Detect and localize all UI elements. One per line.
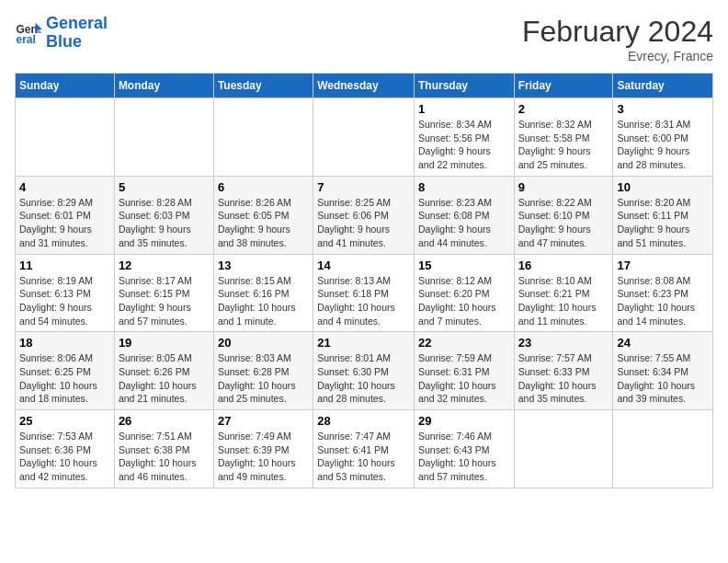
calendar-cell	[514, 410, 613, 488]
day-number: 8	[418, 180, 510, 194]
day-info: Sunrise: 7:49 AM Sunset: 6:39 PM Dayligh…	[218, 430, 309, 484]
calendar-cell: 9Sunrise: 8:22 AM Sunset: 6:10 PM Daylig…	[514, 176, 613, 254]
calendar-cell: 23Sunrise: 7:57 AM Sunset: 6:33 PM Dayli…	[514, 332, 613, 410]
calendar-cell: 12Sunrise: 8:17 AM Sunset: 6:15 PM Dayli…	[114, 254, 213, 332]
day-info: Sunrise: 7:53 AM Sunset: 6:36 PM Dayligh…	[19, 430, 110, 484]
day-number: 28	[317, 414, 410, 428]
week-row-2: 4Sunrise: 8:29 AM Sunset: 6:01 PM Daylig…	[16, 176, 713, 254]
calendar-cell: 5Sunrise: 8:28 AM Sunset: 6:03 PM Daylig…	[114, 176, 213, 254]
day-number: 2	[518, 102, 609, 116]
day-number: 9	[518, 180, 609, 194]
day-info: Sunrise: 8:03 AM Sunset: 6:28 PM Dayligh…	[218, 351, 309, 406]
calendar-cell: 4Sunrise: 8:29 AM Sunset: 6:01 PM Daylig…	[16, 176, 115, 254]
day-info: Sunrise: 7:57 AM Sunset: 6:33 PM Dayligh…	[518, 351, 609, 406]
day-info: Sunrise: 8:20 AM Sunset: 6:11 PM Dayligh…	[617, 196, 709, 250]
calendar-cell: 14Sunrise: 8:13 AM Sunset: 6:18 PM Dayli…	[313, 254, 415, 332]
day-info: Sunrise: 8:28 AM Sunset: 6:03 PM Dayligh…	[119, 196, 210, 250]
day-info: Sunrise: 7:59 AM Sunset: 6:31 PM Dayligh…	[418, 351, 510, 406]
calendar-cell: 22Sunrise: 7:59 AM Sunset: 6:31 PM Dayli…	[414, 332, 514, 410]
day-number: 13	[218, 259, 309, 272]
week-row-3: 11Sunrise: 8:19 AM Sunset: 6:13 PM Dayli…	[16, 254, 713, 332]
calendar-cell: 16Sunrise: 8:10 AM Sunset: 6:21 PM Dayli…	[514, 254, 613, 332]
calendar-cell: 13Sunrise: 8:15 AM Sunset: 6:16 PM Dayli…	[213, 254, 313, 332]
calendar-cell: 17Sunrise: 8:08 AM Sunset: 6:23 PM Dayli…	[613, 254, 713, 332]
calendar-cell	[114, 98, 213, 177]
day-info: Sunrise: 8:23 AM Sunset: 6:08 PM Dayligh…	[418, 196, 510, 250]
col-header-thursday: Thursday	[414, 74, 514, 98]
day-number: 27	[218, 414, 309, 428]
calendar-cell	[213, 98, 313, 177]
week-row-4: 18Sunrise: 8:06 AM Sunset: 6:25 PM Dayli…	[16, 332, 713, 410]
day-info: Sunrise: 8:17 AM Sunset: 6:15 PM Dayligh…	[119, 274, 210, 328]
main-title: February 2024	[522, 15, 713, 49]
day-number: 1	[418, 102, 510, 116]
calendar-cell: 27Sunrise: 7:49 AM Sunset: 6:39 PM Dayli…	[213, 410, 313, 488]
calendar-cell: 25Sunrise: 7:53 AM Sunset: 6:36 PM Dayli…	[16, 410, 115, 488]
day-info: Sunrise: 8:26 AM Sunset: 6:05 PM Dayligh…	[218, 196, 309, 250]
day-number: 19	[119, 336, 210, 350]
day-info: Sunrise: 8:25 AM Sunset: 6:06 PM Dayligh…	[317, 196, 410, 250]
day-number: 14	[317, 259, 410, 272]
day-number: 10	[617, 180, 709, 194]
col-header-friday: Friday	[514, 74, 613, 98]
subtitle: Evrecy, France	[522, 49, 713, 63]
logo: Gen eral GeneralBlue	[15, 15, 108, 52]
day-number: 7	[317, 180, 410, 194]
day-number: 18	[19, 336, 110, 350]
day-info: Sunrise: 8:01 AM Sunset: 6:30 PM Dayligh…	[317, 351, 410, 406]
week-row-5: 25Sunrise: 7:53 AM Sunset: 6:36 PM Dayli…	[16, 410, 713, 488]
calendar-cell	[613, 410, 713, 488]
calendar-cell	[313, 98, 415, 177]
col-header-wednesday: Wednesday	[313, 74, 415, 98]
col-header-saturday: Saturday	[613, 74, 713, 98]
day-number: 15	[418, 259, 510, 272]
day-info: Sunrise: 8:15 AM Sunset: 6:16 PM Dayligh…	[218, 274, 309, 328]
day-number: 22	[418, 336, 510, 350]
day-info: Sunrise: 8:32 AM Sunset: 5:58 PM Dayligh…	[518, 118, 609, 172]
calendar-cell: 6Sunrise: 8:26 AM Sunset: 6:05 PM Daylig…	[213, 176, 313, 254]
page-header: Gen eral GeneralBlue February 2024 Evrec…	[15, 15, 713, 63]
day-info: Sunrise: 8:05 AM Sunset: 6:26 PM Dayligh…	[119, 351, 210, 406]
calendar-table: SundayMondayTuesdayWednesdayThursdayFrid…	[15, 73, 713, 488]
calendar-cell: 19Sunrise: 8:05 AM Sunset: 6:26 PM Dayli…	[114, 332, 213, 410]
day-info: Sunrise: 8:13 AM Sunset: 6:18 PM Dayligh…	[317, 274, 410, 328]
calendar-cell: 20Sunrise: 8:03 AM Sunset: 6:28 PM Dayli…	[213, 332, 313, 410]
calendar-cell: 2Sunrise: 8:32 AM Sunset: 5:58 PM Daylig…	[514, 98, 613, 177]
day-number: 23	[518, 336, 609, 350]
day-number: 12	[119, 259, 210, 272]
calendar-cell: 10Sunrise: 8:20 AM Sunset: 6:11 PM Dayli…	[613, 176, 713, 254]
day-info: Sunrise: 8:19 AM Sunset: 6:13 PM Dayligh…	[19, 274, 110, 328]
day-number: 16	[518, 259, 609, 272]
calendar-cell: 15Sunrise: 8:12 AM Sunset: 6:20 PM Dayli…	[414, 254, 514, 332]
day-info: Sunrise: 8:31 AM Sunset: 6:00 PM Dayligh…	[617, 118, 709, 172]
day-info: Sunrise: 8:06 AM Sunset: 6:25 PM Dayligh…	[19, 351, 110, 406]
calendar-cell: 18Sunrise: 8:06 AM Sunset: 6:25 PM Dayli…	[16, 332, 115, 410]
title-area: February 2024 Evrecy, France	[522, 15, 713, 63]
day-number: 4	[19, 180, 110, 194]
day-number: 11	[19, 259, 110, 272]
day-info: Sunrise: 8:34 AM Sunset: 5:56 PM Dayligh…	[418, 118, 510, 172]
calendar-cell	[16, 98, 115, 177]
day-number: 17	[617, 259, 709, 272]
calendar-cell: 24Sunrise: 7:55 AM Sunset: 6:34 PM Dayli…	[613, 332, 713, 410]
day-info: Sunrise: 8:22 AM Sunset: 6:10 PM Dayligh…	[518, 196, 609, 250]
day-info: Sunrise: 7:47 AM Sunset: 6:41 PM Dayligh…	[317, 430, 410, 484]
logo-text: GeneralBlue	[46, 15, 108, 52]
logo-icon: Gen eral	[15, 19, 42, 47]
calendar-cell: 7Sunrise: 8:25 AM Sunset: 6:06 PM Daylig…	[313, 176, 415, 254]
day-info: Sunrise: 8:12 AM Sunset: 6:20 PM Dayligh…	[418, 274, 510, 328]
calendar-cell: 21Sunrise: 8:01 AM Sunset: 6:30 PM Dayli…	[313, 332, 415, 410]
day-info: Sunrise: 7:46 AM Sunset: 6:43 PM Dayligh…	[418, 430, 510, 484]
day-info: Sunrise: 7:51 AM Sunset: 6:38 PM Dayligh…	[119, 430, 210, 484]
day-number: 3	[617, 102, 709, 116]
day-number: 20	[218, 336, 309, 350]
day-info: Sunrise: 8:08 AM Sunset: 6:23 PM Dayligh…	[617, 274, 709, 328]
calendar-cell: 1Sunrise: 8:34 AM Sunset: 5:56 PM Daylig…	[414, 98, 514, 177]
calendar-cell: 28Sunrise: 7:47 AM Sunset: 6:41 PM Dayli…	[313, 410, 415, 488]
col-header-tuesday: Tuesday	[213, 74, 313, 98]
col-header-monday: Monday	[114, 74, 213, 98]
day-number: 29	[418, 414, 510, 428]
day-number: 5	[119, 180, 210, 194]
calendar-cell: 3Sunrise: 8:31 AM Sunset: 6:00 PM Daylig…	[613, 98, 713, 177]
day-number: 25	[19, 414, 110, 428]
